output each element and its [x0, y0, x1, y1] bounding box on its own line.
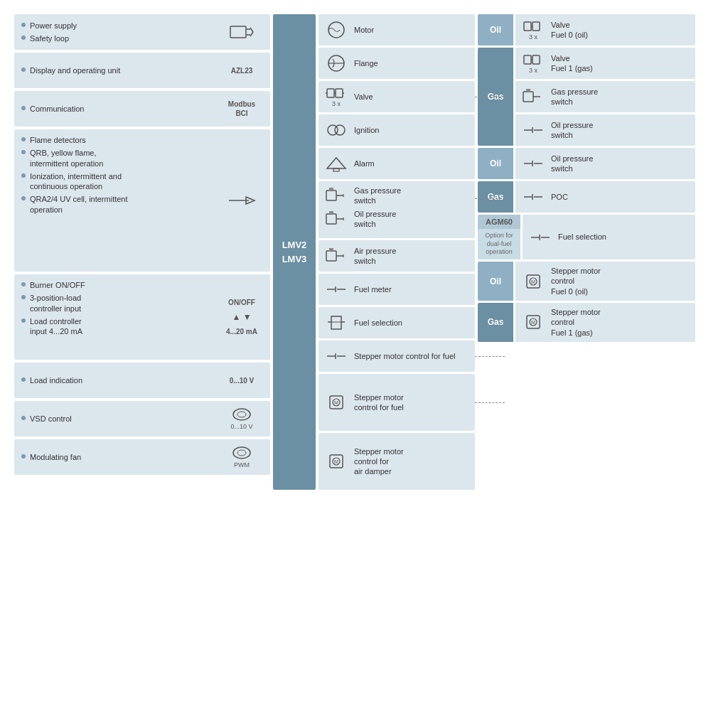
azl23-label: AZL23 — [231, 67, 253, 75]
svg-rect-15 — [336, 89, 343, 97]
fuel-sel-dashed — [475, 356, 505, 357]
display-section: Display and operating unit AZL23 — [14, 53, 270, 88]
oil-top-label: Oil — [478, 14, 513, 45]
bullet-icon — [21, 23, 26, 27]
bullet-icon — [21, 416, 26, 420]
stepper-fuel-label: Stepper motorcontrol for fuel — [354, 392, 404, 413]
bullet-icon — [21, 295, 26, 299]
svg-rect-58 — [532, 55, 540, 64]
fan-item: Modulating fan — [21, 452, 81, 462]
pressure-dashed-line — [475, 198, 505, 199]
oil-top-block: Oil 3 x ValveFuel 0 (oil) — [478, 14, 695, 45]
fuel-meter-label: Fuel selection — [354, 318, 402, 328]
agm-label: AGM60 — [478, 215, 520, 229]
valve-badge: 3 x — [332, 101, 341, 107]
right-section: Oil 3 x ValveFuel 0 (oil) Gas — [475, 14, 695, 490]
ignition-icon — [326, 121, 347, 139]
qra-item: QRA2/4 UV cell, intermittentoperation — [21, 194, 128, 215]
ionization-item: Ionization, intermittent andcontinuous o… — [21, 171, 128, 192]
ionization-label: Ionization, intermittent andcontinuous o… — [30, 171, 122, 192]
gas-top-block: Gas 3 x ValveFuel 1 (gas) — [478, 48, 695, 146]
svg-rect-54 — [524, 22, 531, 31]
gas-pressure-right-label: Gas pressureswitch — [551, 87, 598, 107]
motor-icon — [326, 21, 347, 39]
oil-pressure-row: Oil pressureswitch — [515, 114, 695, 146]
stepper-fuel-row: M Stepper motorcontrol for fuel — [318, 374, 475, 431]
power-supply-label: Power supply — [30, 21, 77, 31]
poc-gas-icon — [523, 189, 544, 205]
valve-gas-row: 3 x ValveFuel 1 (gas) — [515, 48, 695, 79]
onoff-label: ON/OFF — [228, 299, 255, 306]
flame-icon-area — [220, 190, 263, 211]
svg-point-11 — [328, 22, 344, 38]
svg-point-20 — [335, 125, 345, 135]
gas-pressure-right-icon — [523, 89, 544, 104]
fuel-sel-agm-row: Fuel selection — [523, 215, 695, 259]
valve-oil-icon-group: 3 x — [523, 19, 544, 41]
svg-rect-0 — [230, 26, 246, 38]
flame-item: Flame detectors — [21, 135, 128, 145]
stepper-gas-row: M Stepper motorcontrolFuel 1 (gas) — [515, 303, 695, 342]
air-ps-label: Air pressureswitch — [354, 246, 396, 267]
gas-poc-rows: POC — [513, 181, 695, 213]
power-icon-area — [220, 22, 263, 42]
valve-gas-icon — [523, 53, 544, 67]
svg-point-9 — [233, 447, 250, 458]
modbus-label: ModbusBCI — [228, 100, 255, 118]
svg-text:M: M — [334, 400, 338, 405]
poc-icon — [326, 281, 347, 297]
fuel-sel-label: Stepper motor control for fuel — [354, 351, 455, 361]
gas-pressure-inner: Gas pressureswitch — [326, 186, 401, 206]
burner-icons: ON/OFF ▲ ▼ 4...20 mA — [220, 299, 263, 336]
oil-stepper-block: Oil M Stepper motorcontrolFuel 0 (oil) — [478, 262, 695, 301]
poc-label: Fuel meter — [354, 284, 392, 294]
420ma-label: 4...20 mA — [226, 328, 257, 336]
comm-labels: Communication — [21, 104, 84, 114]
gas-ps-label: Gas pressureswitch — [354, 186, 401, 206]
vsd-icon — [232, 407, 252, 422]
stepper-oil-row: M Stepper motorcontrolFuel 0 (oil) — [515, 262, 695, 301]
svg-rect-32 — [329, 211, 333, 214]
valve-dashed-line — [475, 97, 505, 97]
pwm-label: PWM — [234, 461, 250, 468]
communication-section: Communication ModbusBCI — [14, 91, 270, 127]
flame-section: Flame detectors QRB, yellow flame,interm… — [14, 129, 270, 272]
svg-rect-60 — [523, 92, 533, 102]
oil-poc-rows: Oil pressureswitch — [513, 148, 695, 179]
poc-gas-row: POC — [515, 181, 695, 213]
oil-poc-icon — [523, 156, 544, 171]
pressure-switch-row: Gas pressureswitch Oil pressureswitch — [318, 181, 475, 238]
stepper-air-label: Stepper motorcontrol forair damper — [354, 446, 404, 477]
load-ind-item: Load indication — [21, 375, 82, 385]
ignition-label: Ignition — [354, 125, 379, 135]
stepper-air-icon: M — [326, 452, 347, 471]
gas-stepper-block: Gas M Stepper motorcontrolFuel 1 (gas) — [478, 303, 695, 342]
display-item: Display and operating unit — [21, 65, 120, 75]
lmv-column: LMV2LMV3 — [273, 14, 316, 490]
burner-item: Burner ON/OFF — [21, 280, 85, 290]
fuel-sel-row: Stepper motor control for fuel — [318, 340, 475, 372]
power-supply-item: Power supply — [21, 21, 77, 31]
burner-section: Burner ON/OFF 3-position-loadcontroller … — [14, 274, 270, 360]
valve-oil-label: ValveFuel 0 (oil) — [551, 20, 588, 41]
fuel-meter-icon — [326, 313, 347, 332]
power-safety-labels: Power supply Safety loop — [21, 21, 77, 44]
vsd-010v-label: 0...10 V — [230, 423, 252, 430]
ignition-row: Ignition — [318, 114, 475, 146]
load-ind-labels: Load indication — [21, 375, 82, 385]
valve-label: Valve — [354, 92, 373, 102]
svg-text:M: M — [531, 279, 535, 284]
bullet-icon — [21, 377, 26, 382]
comm-icon-area: ModbusBCI — [220, 100, 263, 118]
main-diagram: Power supply Safety loop — [14, 14, 714, 490]
bullet-icon — [21, 282, 26, 286]
fan-labels: Modulating fan — [21, 452, 81, 462]
stepper-oil-label: Stepper motorcontrolFuel 0 (oil) — [551, 266, 601, 296]
load-ind-icon: 0...10 V — [220, 377, 263, 385]
fuel-sel-agm-icon — [530, 230, 551, 245]
fan-icon-area: PWM — [220, 446, 263, 468]
fuel-sel-agm-label: Fuel selection — [558, 232, 606, 242]
safety-loop-label: Safety loop — [30, 33, 69, 43]
valve-gas-icon-group: 3 x — [523, 53, 544, 74]
svg-point-8 — [237, 412, 246, 417]
